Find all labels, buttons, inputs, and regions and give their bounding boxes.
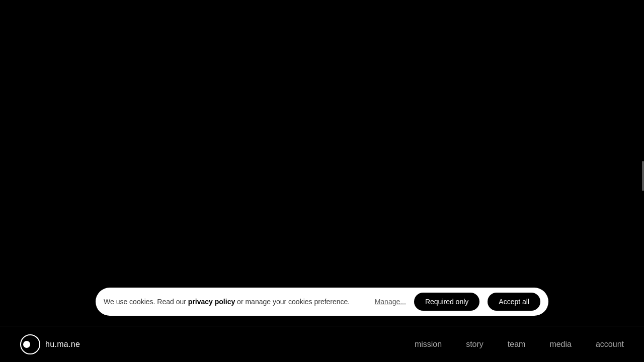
logo-area[interactable]: hu.ma.ne xyxy=(20,334,80,354)
logo-icon xyxy=(20,334,40,354)
logo-circle-inner xyxy=(23,341,30,348)
nav-team[interactable]: team xyxy=(508,340,526,349)
required-only-button[interactable]: Required only xyxy=(414,293,479,311)
footer-nav: mission story team media account xyxy=(415,340,624,349)
nav-story[interactable]: story xyxy=(466,340,484,349)
nav-account[interactable]: account xyxy=(596,340,624,349)
main-content: We use cookies. Read our privacy policy … xyxy=(0,0,644,326)
scrollbar-thumb[interactable] xyxy=(642,161,644,191)
privacy-policy-link[interactable]: privacy policy xyxy=(188,298,235,306)
footer: hu.ma.ne mission story team media accoun… xyxy=(0,326,644,362)
cookie-text-after: or manage your cookies preference. xyxy=(235,298,350,306)
manage-cookies-link[interactable]: Manage... xyxy=(375,298,406,306)
cookie-text-before: We use cookies. Read our xyxy=(104,298,188,306)
cookie-banner: We use cookies. Read our privacy policy … xyxy=(96,288,548,316)
scrollbar[interactable] xyxy=(641,0,644,326)
logo-text[interactable]: hu.ma.ne xyxy=(45,340,80,349)
nav-mission[interactable]: mission xyxy=(415,340,442,349)
nav-media[interactable]: media xyxy=(549,340,572,349)
cookie-text: We use cookies. Read our privacy policy … xyxy=(104,298,367,306)
accept-all-button[interactable]: Accept all xyxy=(488,293,540,311)
